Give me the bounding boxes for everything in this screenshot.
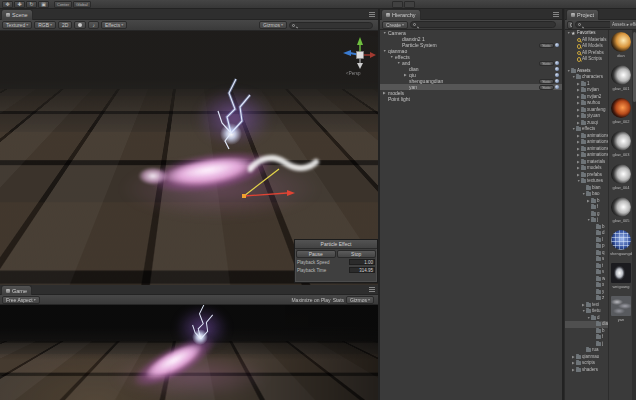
static-badge[interactable]: Static	[539, 61, 554, 66]
asset-thumbnail	[611, 164, 631, 184]
particle-system-icon	[555, 67, 559, 71]
project-item-label: models	[587, 165, 602, 171]
project-item-label: b	[597, 198, 600, 204]
playback-time-value[interactable]: 314.95	[349, 267, 375, 273]
stats-toggle[interactable]: Stats	[333, 297, 344, 303]
playback-speed-value[interactable]: 1.00	[349, 259, 375, 265]
move-tool-button[interactable]: ✚	[14, 1, 25, 8]
asset-item[interactable]: shenguangdian	[610, 230, 632, 263]
folder-icon	[581, 160, 586, 164]
draw-mode-dropdown[interactable]: Textured▾	[2, 21, 32, 29]
scene-gizmos-dropdown[interactable]: Gizmos▾	[259, 21, 287, 29]
asset-item[interactable]: glow_003	[610, 131, 632, 164]
hand-tool-button[interactable]: ✥	[2, 1, 13, 8]
project-breadcrumb[interactable]: Assets ▸ effects	[610, 20, 636, 30]
particle-system-icon	[555, 43, 559, 47]
rotate-tool-button[interactable]: ↻	[26, 1, 37, 8]
pivot-button[interactable]: Center	[54, 1, 72, 8]
dungeon-floor	[0, 31, 378, 89]
project-item-label: b	[602, 224, 605, 230]
project-item-label: xuanfeng	[587, 107, 606, 113]
project-tabbar: Project	[565, 9, 636, 20]
space-button[interactable]: Global	[73, 1, 91, 8]
folder-icon	[596, 270, 601, 274]
folder-icon	[571, 63, 576, 67]
scene-tab-label: Scene	[12, 12, 28, 18]
move-gizmo[interactable]	[235, 159, 305, 207]
tab-scene[interactable]: Scene	[1, 9, 33, 20]
project-item-label: All Models	[582, 43, 603, 49]
asset-label: glow_002	[610, 118, 632, 126]
static-badge[interactable]: Static	[539, 85, 554, 90]
project-create-dropdown[interactable]: Create▾	[567, 21, 573, 29]
scene-search-field[interactable]	[289, 22, 373, 29]
project-item-label: y	[602, 289, 604, 295]
folder-icon	[581, 179, 586, 183]
folder-icon	[596, 238, 601, 242]
project-tree-row[interactable]: ▼ characters	[565, 74, 608, 81]
hierarchy-row[interactable]: Point light	[380, 96, 562, 102]
game-tabbar: Game	[0, 285, 378, 295]
folder-icon	[596, 264, 601, 268]
project-item-label: scripts	[582, 360, 595, 366]
tab-game[interactable]: Game	[1, 285, 32, 295]
pause-button[interactable]: Pause	[296, 250, 336, 258]
scene-orientation-gizmo[interactable]	[342, 35, 378, 71]
project-item-label: b	[602, 328, 605, 334]
scene-panel-menu-icon[interactable]	[369, 12, 375, 17]
folder-icon	[581, 108, 586, 112]
playback-time-label: Playback Time	[297, 268, 326, 273]
folder-icon	[591, 316, 596, 320]
audio-icon: ♪	[92, 22, 95, 28]
project-item-label: bao	[592, 191, 600, 197]
asset-item[interactable]: glow_004	[610, 164, 632, 197]
stop-button[interactable]: Stop	[337, 250, 377, 258]
project-item-label: f	[602, 334, 603, 340]
static-badge[interactable]: Static	[539, 79, 554, 84]
folder-icon	[586, 192, 591, 196]
asset-item[interactable]: yan	[610, 296, 632, 329]
tab-project[interactable]: Project	[566, 9, 599, 20]
scene-search-input[interactable]	[296, 22, 370, 28]
main-toolbar: ✥✚↻▣ Center Global	[0, 0, 636, 9]
scene-viewport[interactable]: <Persp Particle Effect Pause Stop Playba…	[0, 31, 378, 285]
hierarchy-tab-label: Hierarchy	[392, 12, 416, 18]
hierarchy-create-dropdown[interactable]: Create▾	[382, 21, 408, 29]
tab-hierarchy[interactable]: Hierarchy	[381, 9, 421, 20]
maximize-on-play-toggle[interactable]: Maximize on Play	[291, 297, 330, 303]
asset-label: glow_004	[610, 184, 632, 192]
project-tree-row[interactable]: ▶ shaders	[565, 367, 608, 374]
asset-item[interactable]: glow_002	[610, 98, 632, 131]
game-panel-menu-icon[interactable]	[369, 287, 375, 292]
effects-dropdown[interactable]: Effects▾	[101, 21, 127, 29]
asset-item[interactable]: weiguang	[610, 263, 632, 296]
folder-icon	[591, 212, 596, 216]
audio-toggle[interactable]: ♪	[88, 21, 99, 29]
project-item-label: animations2	[587, 139, 608, 145]
toolbar-extra-button[interactable]	[392, 1, 403, 8]
toolbar-extra-button[interactable]	[404, 1, 415, 8]
project-item-label: All Prefabs	[582, 50, 604, 56]
project-item-label: d	[597, 315, 600, 321]
asset-label: dian	[610, 52, 632, 60]
asset-item[interactable]: glow_001	[610, 65, 632, 98]
lighting-toggle[interactable]	[74, 21, 86, 29]
hierarchy-search-field[interactable]	[410, 21, 556, 28]
particle-effect-panel-title: Particle Effect	[295, 240, 377, 249]
asset-item[interactable]: dian	[610, 32, 632, 65]
hierarchy-panel-menu-icon[interactable]	[553, 12, 559, 17]
asset-item[interactable]: glow_005	[610, 197, 632, 230]
project-scrollbar[interactable]	[632, 30, 636, 400]
2d-toggle[interactable]: 2D	[58, 21, 72, 29]
game-panel: Game Free Aspect▾ Maximize on Play Stats…	[0, 285, 378, 400]
static-badge[interactable]: Static	[539, 43, 554, 48]
game-gizmos-dropdown[interactable]: Gizmos▾	[346, 296, 374, 304]
project-item-label: p	[602, 243, 605, 249]
render-mode-dropdown[interactable]: RGB▾	[34, 21, 56, 29]
scale-tool-button[interactable]: ▣	[38, 1, 49, 8]
aspect-dropdown[interactable]: Free Aspect▾	[2, 296, 40, 304]
hierarchy-search-input[interactable]	[417, 22, 553, 28]
game-viewport[interactable]	[0, 305, 378, 400]
persp-label[interactable]: <Persp	[346, 71, 360, 76]
folder-icon	[586, 303, 591, 307]
